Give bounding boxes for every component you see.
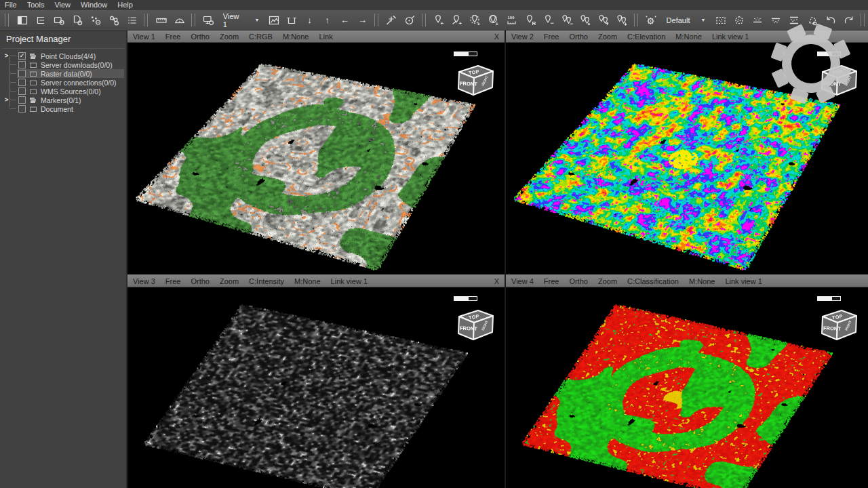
preset-selector-dropdown[interactable]: Default▼: [662, 15, 711, 26]
view-selector-dropdown[interactable]: View 1▼: [218, 11, 264, 30]
vp-menu-ortho[interactable]: Ortho: [191, 277, 210, 285]
toolbar-select-between-button[interactable]: [785, 12, 802, 28]
vp-menu-view-name[interactable]: View 3: [133, 277, 155, 285]
vp-menu-free[interactable]: Free: [165, 277, 181, 285]
toolbar-pin-scale-button[interactable]: 100: [504, 12, 521, 28]
toolbar-frame-bracket-button[interactable]: [283, 12, 300, 28]
vp-menu-view-name[interactable]: View 2: [511, 33, 534, 41]
tree-item-label[interactable]: Server connections(0/0): [41, 79, 116, 87]
tree-item-label[interactable]: Markers(0/1): [41, 96, 81, 104]
vp-menu-free[interactable]: Free: [544, 277, 559, 285]
toolbar-redo-button[interactable]: [840, 12, 857, 28]
toolbar-tree-view-button[interactable]: [32, 12, 49, 28]
tree-item-point-clouds-4-4[interactable]: >✓Point Clouds(4/4): [2, 52, 124, 60]
scale-indicator[interactable]: [454, 296, 477, 301]
toolbar-pins-import-button[interactable]: [595, 12, 612, 28]
toolbar-tags-gear-button[interactable]: [105, 12, 122, 28]
toolbar-select-brush-button[interactable]: [804, 12, 821, 28]
toolbar-gear-run-button[interactable]: [643, 12, 660, 28]
toolbar-monitor-gear-button[interactable]: [200, 12, 216, 28]
vp-menu-c-elevation[interactable]: C:Elevation: [627, 33, 665, 41]
toolbar-arrow-down-button[interactable]: ↓: [301, 12, 317, 28]
vp-menu-c-intensity[interactable]: C:Intensity: [249, 277, 284, 285]
vp-menu-ortho[interactable]: Ortho: [191, 33, 210, 41]
tree-checkbox[interactable]: [18, 105, 26, 113]
vp-menu-m-none[interactable]: M:None: [294, 277, 321, 285]
toolbar-arrow-left-button[interactable]: ←: [337, 12, 353, 28]
toolbar-pin-line-add-button[interactable]: +: [449, 12, 466, 28]
toolbar-ruler-button[interactable]: [153, 12, 170, 28]
expand-chevron-icon[interactable]: >: [5, 52, 8, 60]
vp-menu-link[interactable]: Link: [319, 33, 332, 41]
toolbar-pick-circle-button[interactable]: [401, 12, 418, 28]
toolbar-arrow-up-button[interactable]: ↑: [319, 12, 336, 28]
tree-item-label[interactable]: Server downloads(0/0): [41, 61, 113, 69]
navigation-cube[interactable]: TOPFRONTRIGHT: [817, 307, 861, 342]
viewport-close-button[interactable]: X: [494, 33, 499, 41]
tree-checkbox[interactable]: [18, 96, 26, 104]
vp-menu-link-view-1[interactable]: Link view 1: [712, 33, 749, 41]
scale-indicator[interactable]: [817, 52, 841, 56]
toolbar-undo-button[interactable]: [822, 12, 839, 28]
toolbar-pin-remove-button[interactable]: −: [540, 12, 557, 28]
vp-menu-zoom[interactable]: Zoom: [598, 33, 617, 41]
vp-menu-m-none[interactable]: M:None: [283, 33, 309, 41]
menu-item-file[interactable]: File: [5, 0, 17, 10]
toolbar-list-view-button[interactable]: [123, 12, 140, 28]
toolbar-arrow-right-button[interactable]: →: [355, 12, 371, 28]
toolbar-pins-remove-button[interactable]: −: [559, 12, 576, 28]
tree-item-label[interactable]: Document: [41, 105, 73, 113]
vp-menu-m-none[interactable]: M:None: [689, 277, 715, 285]
tree-checkbox[interactable]: ✓: [18, 52, 26, 60]
navigation-cube[interactable]: TOPFRONTRIGHT: [454, 62, 497, 98]
toolbar-pins-export-button[interactable]: [614, 12, 631, 28]
tree-item-server-downloads-0-0[interactable]: Server downloads(0/0): [2, 60, 124, 69]
vp-menu-c-classification[interactable]: C:Classification: [627, 277, 679, 285]
vp-menu-c-rgb[interactable]: C:RGB: [249, 33, 273, 41]
point-cloud-canvas-intensity[interactable]: [127, 287, 505, 488]
vp-menu-free[interactable]: Free: [165, 33, 181, 41]
scale-indicator[interactable]: [817, 296, 841, 301]
tree-item-raster-data-0-0[interactable]: Raster data(0/0): [2, 69, 124, 78]
tree-item-label[interactable]: Raster data(0/0): [41, 70, 92, 78]
vp-menu-link-view-1[interactable]: Link view 1: [725, 277, 762, 285]
toolbar-dome-button[interactable]: [171, 12, 188, 28]
toolbar-image-chart-button[interactable]: [266, 12, 282, 28]
menu-item-help[interactable]: Help: [117, 0, 133, 10]
vp-menu-m-none[interactable]: M:None: [675, 33, 702, 41]
point-cloud-canvas-elevation[interactable]: [506, 43, 868, 274]
vp-menu-ortho[interactable]: Ortho: [569, 277, 588, 285]
tree-checkbox[interactable]: [18, 61, 26, 68]
tree-checkbox[interactable]: [18, 79, 26, 86]
toolbar-select-poly-button[interactable]: [730, 12, 747, 28]
toolbar-layout-panel-button[interactable]: [14, 12, 31, 28]
toolbar-points-gear-button[interactable]: [87, 12, 104, 28]
toolbar-pin-add-button[interactable]: +: [431, 12, 448, 28]
toolbar-pick-line-button[interactable]: [383, 12, 400, 28]
tree-checkbox[interactable]: [18, 87, 26, 95]
tree-checkbox[interactable]: [18, 70, 26, 77]
navigation-cube[interactable]: TOPFRONTRIGHT: [454, 307, 497, 342]
vp-menu-view-name[interactable]: View 1: [133, 33, 155, 41]
vp-menu-free[interactable]: Free: [544, 33, 559, 41]
tree-item-wms-sources-0-0[interactable]: WMS Sources(0/0): [2, 87, 124, 96]
vp-menu-zoom[interactable]: Zoom: [220, 277, 239, 285]
vp-menu-zoom[interactable]: Zoom: [220, 33, 239, 41]
menu-item-tools[interactable]: Tools: [27, 0, 45, 10]
menu-item-window[interactable]: Window: [81, 0, 107, 10]
point-cloud-canvas-classification[interactable]: [506, 287, 868, 488]
toolbar-pin-circle-add-button[interactable]: +: [486, 12, 502, 28]
vp-menu-zoom[interactable]: Zoom: [598, 277, 617, 285]
vp-menu-ortho[interactable]: Ortho: [569, 33, 588, 41]
toolbar-box-gear-button[interactable]: [50, 12, 67, 28]
toolbar-select-below-button[interactable]: [767, 12, 784, 28]
vp-menu-view-name[interactable]: View 4: [511, 277, 534, 285]
vp-menu-link-view-1[interactable]: Link view 1: [331, 277, 368, 285]
menu-item-view[interactable]: View: [54, 0, 71, 10]
viewport-close-button[interactable]: X: [494, 277, 499, 285]
toolbar-doc-gear-button[interactable]: [68, 12, 85, 28]
tree-item-label[interactable]: WMS Sources(0/0): [41, 87, 101, 96]
point-cloud-canvas-rgb[interactable]: [127, 43, 505, 274]
navigation-cube[interactable]: TOPFRONTRIGHT: [817, 62, 861, 98]
tree-item-document[interactable]: Document: [2, 104, 124, 113]
